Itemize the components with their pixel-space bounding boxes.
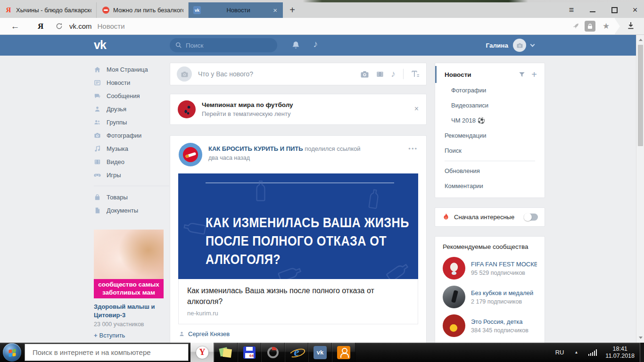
shared-by-link[interactable]: Сергей Князев — [188, 330, 230, 337]
vk-logo[interactable]: vk — [94, 38, 106, 52]
post-timestamp[interactable]: два часа назад — [208, 155, 360, 161]
tab-khychiny[interactable]: Я Хычины - блюдо балкарско — [0, 2, 97, 18]
composer-input[interactable] — [198, 70, 353, 78]
taskbar-notes-app[interactable] — [214, 343, 238, 362]
yandex-search-button[interactable]: Я — [38, 20, 43, 33]
vk-search[interactable] — [170, 38, 277, 52]
ad-members-count: 23 000 участников — [94, 321, 165, 328]
sidebar-item-my-page[interactable]: Моя Страница — [94, 63, 169, 76]
article-editor-icon[interactable] — [411, 70, 420, 78]
tab-novosti-active[interactable]: vk Новости × — [189, 2, 283, 18]
menu-item-photos[interactable]: Фотографии — [435, 83, 545, 98]
post-community-avatar[interactable] — [179, 143, 202, 166]
friend-icon — [94, 106, 102, 113]
community-avatar[interactable] — [443, 314, 465, 337]
tray-expand-arrow-icon[interactable]: ▲ — [574, 350, 578, 354]
menu-item-updates[interactable]: Обновления — [435, 164, 545, 179]
avatar — [177, 66, 192, 82]
turbo-rocket-icon[interactable] — [572, 22, 580, 30]
filter-funnel-icon[interactable] — [519, 71, 525, 78]
vk-search-input[interactable] — [186, 42, 266, 49]
sidebar-item-games[interactable]: Игры — [94, 168, 169, 181]
windows-start-button[interactable] — [3, 343, 21, 362]
download-icon[interactable] — [627, 22, 635, 30]
community-item[interactable]: Это Россия, детка 384 345 подписчиков — [443, 314, 537, 337]
protect-lock-icon[interactable] — [585, 21, 595, 32]
taskbar-odnoklassniki-app[interactable] — [332, 343, 355, 362]
banner-title[interactable]: Чемпионат мира по футболу — [202, 101, 293, 108]
taskbar-yandex-browser[interactable]: Y — [190, 343, 214, 362]
taskbar-internet-explorer[interactable]: e — [285, 343, 308, 362]
sidebar-item-music[interactable]: Музыка — [94, 142, 169, 155]
network-signal-icon[interactable] — [587, 349, 597, 356]
floppy-disk-icon — [243, 346, 256, 359]
page-scrollbar[interactable] — [636, 35, 644, 343]
scroll-down-arrow[interactable] — [636, 334, 644, 342]
taskbar-search-input[interactable] — [33, 348, 181, 356]
attach-photo-icon[interactable] — [361, 71, 369, 78]
show-desktop-button[interactable] — [640, 343, 644, 362]
window-maximize-button[interactable] — [607, 3, 621, 16]
sidebar-item-messages[interactable]: Сообщения — [94, 89, 169, 102]
browser-menu-icon[interactable]: ≡ — [564, 3, 579, 16]
menu-item-videos[interactable]: Видеозаписи — [435, 98, 545, 113]
bookmark-star-icon[interactable]: ★ — [603, 20, 610, 33]
community-item[interactable]: FIFA FAN FEST МОСКВА |... 95 529 подписч… — [443, 257, 537, 280]
sidebar-item-market[interactable]: Товары — [94, 190, 169, 204]
user-name: Галина — [486, 42, 508, 49]
menu-item-recommendations[interactable]: Рекомендации — [435, 128, 545, 143]
attach-music-icon[interactable]: ♪ — [391, 69, 396, 79]
taskbar-vk-app[interactable]: vk — [308, 343, 332, 362]
link-title[interactable]: Как изменилась Ваша жизнь после полного … — [187, 285, 395, 307]
interesting-first-toggle[interactable] — [524, 214, 538, 221]
close-icon[interactable]: × — [414, 105, 419, 113]
clock[interactable]: 18:41 11.07.2018 — [605, 346, 635, 360]
taskbar-search[interactable] — [25, 344, 189, 361]
music-icon[interactable]: ♪ — [313, 39, 318, 49]
add-source-plus-icon[interactable]: + — [531, 69, 537, 80]
banner-subtitle[interactable]: Перейти в тематическую ленту — [202, 110, 293, 117]
browser-tab-bar: Я Хычины - блюдо балкарско Можно ли пить… — [0, 2, 644, 18]
sidebar-item-photos[interactable]: Фотографии — [94, 129, 169, 142]
window-minimize-button[interactable] — [586, 3, 600, 16]
menu-item-comments[interactable]: Комментарии — [435, 179, 545, 194]
ad-join-button[interactable]: +Вступить — [94, 332, 165, 339]
menu-item-worldcup[interactable]: ЧМ 2018 ⚽ — [435, 113, 545, 128]
new-tab-button[interactable]: + — [286, 4, 298, 16]
world-cup-banner[interactable]: Чемпионат мира по футболу Перейти в тема… — [170, 94, 427, 125]
taskbar-lens-app[interactable] — [261, 343, 285, 362]
url-host[interactable]: vk.com — [69, 22, 92, 30]
sidebar-item-news[interactable]: Новости — [94, 76, 169, 89]
feed-post: КАК БРОСИТЬ КУРИТЬ И ПИТЬ поделился ссыл… — [170, 135, 427, 343]
scroll-up-arrow[interactable] — [636, 36, 644, 44]
reload-icon[interactable] — [56, 23, 63, 30]
post-menu-dots-icon[interactable]: ••• — [408, 145, 418, 152]
left-sidebar: Моя Страница Новости Сообщения Друзья Гр… — [94, 63, 169, 343]
sidebar-item-documents[interactable]: Документы — [94, 204, 169, 217]
sidebar-item-groups[interactable]: Группы — [94, 115, 169, 129]
window-close-button[interactable]: × — [628, 3, 642, 16]
post-link-image[interactable]: КАК ИЗМЕНИЛАСЬ ВАША ЖИЗНЬ ПОСЛЕ ПОЛНОГО … — [178, 173, 418, 279]
menu-item-search[interactable]: Поиск — [435, 143, 545, 158]
community-item[interactable]: Без кубков и медалей 2 179 подписчиков — [443, 286, 537, 308]
tab-bezalkogolnoe[interactable]: Можно ли пить безалкогол — [97, 2, 189, 18]
sidebar-item-friends[interactable]: Друзья — [94, 102, 169, 115]
language-indicator[interactable]: RU — [555, 349, 564, 356]
attach-video-icon[interactable] — [376, 71, 384, 78]
taskbar-save-app[interactable] — [238, 343, 261, 362]
notifications-bell-icon[interactable] — [291, 41, 300, 50]
back-button[interactable]: ← — [8, 20, 22, 33]
post-author-link[interactable]: КАК БРОСИТЬ КУРИТЬ И ПИТЬ — [208, 145, 303, 152]
sidebar-item-video[interactable]: Видео — [94, 155, 169, 168]
menu-item-news-active[interactable]: Новости + — [435, 66, 545, 83]
ad-title-link[interactable]: Здоровый малыш и Цитовир-3 — [94, 303, 165, 320]
link-snippet[interactable]: Как изменилась Ваша жизнь после полного … — [178, 279, 418, 324]
tab-close-icon[interactable]: × — [272, 6, 278, 14]
messages-icon — [94, 92, 102, 99]
community-avatar[interactable] — [443, 286, 465, 308]
address-bar[interactable]: vk.com Новости — [56, 18, 125, 34]
community-avatar[interactable] — [443, 257, 465, 280]
scrollbar-thumb[interactable] — [638, 45, 643, 146]
user-menu[interactable]: Галина — [486, 39, 534, 52]
ad-image[interactable]: сообщество самых заботливых мам — [94, 230, 164, 298]
